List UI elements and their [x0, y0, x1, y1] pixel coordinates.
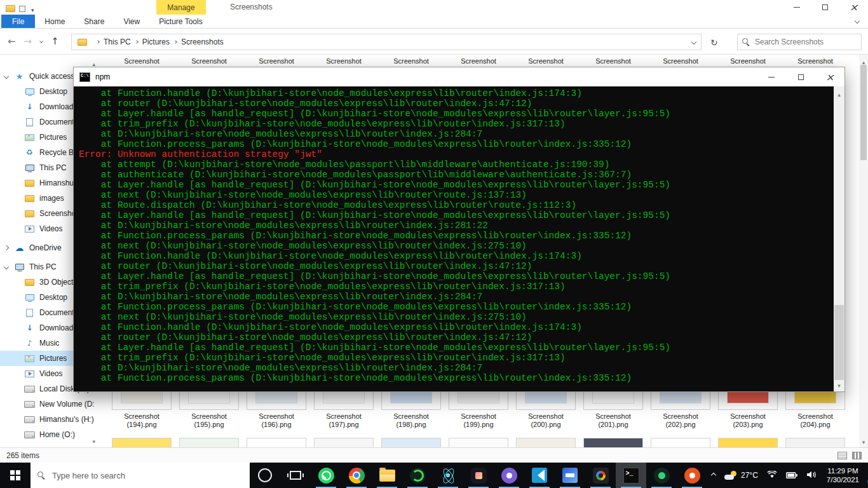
- address-breadcrumb-bar[interactable]: This PCPicturesScreenshots: [71, 34, 702, 50]
- minimize-icon: [768, 77, 775, 78]
- cortana-icon: [258, 468, 272, 482]
- taskbar-search-box[interactable]: [31, 463, 250, 488]
- address-dropdown-chevron-icon[interactable]: [691, 39, 696, 44]
- console-output-line: at next (D:\kunjbihari-store\node_module…: [79, 190, 834, 200]
- explorer-search-input[interactable]: [754, 37, 857, 47]
- item-count-label: 265 items: [6, 451, 39, 460]
- taskbar-app-react[interactable]: [433, 463, 463, 488]
- console-output-line: at Layer.handle [as handle_request] (D:\…: [79, 210, 834, 220]
- tray-battery-button[interactable]: [782, 463, 802, 488]
- start-button[interactable]: [0, 463, 31, 488]
- console-scroll-down-icon[interactable]: [834, 379, 844, 390]
- taskbar-app-orange-browser[interactable]: [677, 463, 707, 488]
- forward-button[interactable]: [24, 35, 32, 47]
- console-titlebar[interactable]: npm: [74, 67, 844, 86]
- quick-access-toolbar: [19, 3, 34, 15]
- sidebar-item-new-volume-d[interactable]: New Volume (D:: [0, 396, 98, 412]
- action-center-button[interactable]: 4: [865, 463, 868, 488]
- taskbar-app-purple-app[interactable]: [494, 463, 524, 488]
- ribbon-tab-file[interactable]: File: [1, 15, 35, 28]
- console-window-controls: [757, 67, 844, 86]
- monitor-icon: [24, 292, 35, 302]
- ribbon-tab-share[interactable]: Share: [74, 15, 114, 28]
- sidebar-item-label: Desktop: [39, 293, 67, 302]
- taskbar-app-dark-editor[interactable]: [463, 463, 494, 488]
- console-close-button[interactable]: [815, 67, 844, 86]
- tray-clock[interactable]: 11:29 PM 7/30/2021: [821, 463, 865, 488]
- tray-network-button[interactable]: [763, 463, 782, 488]
- taskbar-app-cortana[interactable]: [250, 463, 280, 488]
- breadcrumb-chevron-icon: [135, 40, 139, 44]
- console-minimize-button[interactable]: [757, 67, 786, 86]
- explorer-minimize-button[interactable]: [782, 0, 811, 14]
- video-icon: [24, 224, 35, 234]
- scrollbar-down-icon[interactable]: [859, 435, 868, 447]
- content-scrollbar[interactable]: [859, 55, 868, 447]
- statusbar-thumbnails-view-icon[interactable]: [852, 452, 862, 459]
- file-name-label: Screenshot (203).png: [717, 412, 778, 429]
- breadcrumb-item-screenshots[interactable]: Screenshots: [181, 37, 224, 46]
- explorer-statusbar: 265 items: [0, 447, 868, 463]
- taskbar-app-task-view[interactable]: [280, 463, 311, 488]
- console-scrollbar-thumb[interactable]: [834, 305, 844, 380]
- sidebar-item-himanshu-s-h[interactable]: Himanshu's (H:): [0, 412, 98, 427]
- sidebar-item-label: Downloads: [39, 323, 77, 332]
- sidebar-item-label: Music: [39, 339, 59, 348]
- breadcrumb-item-pictures[interactable]: Pictures: [142, 37, 170, 46]
- recent-locations-chevron-icon[interactable]: [39, 39, 43, 43]
- navigation-buttons: [8, 35, 59, 47]
- npm-console-window[interactable]: npm at Function.handle (D:\kunjbihari-st…: [73, 67, 845, 392]
- tray-volume-button[interactable]: [802, 463, 821, 488]
- taskbar-app-whatsapp[interactable]: [311, 463, 341, 488]
- sidebar-item-label: New Volume (D:: [39, 400, 95, 409]
- taskbar-app-chrome[interactable]: [341, 463, 372, 488]
- picture-tools-manage-badge[interactable]: Manage: [156, 0, 206, 15]
- minimize-icon: [794, 7, 800, 8]
- sidebar-item-label: Himanshu's (H:): [39, 415, 94, 424]
- ribbon-tab-picture-tools[interactable]: Picture Tools: [149, 15, 212, 28]
- windows-logo-icon: [10, 470, 20, 480]
- console-output-line: at Route.dispatch (D:\kunjbihari-store\n…: [79, 200, 834, 210]
- qat-button-icon[interactable]: [19, 6, 25, 12]
- console-maximize-button[interactable]: [786, 67, 815, 86]
- taskbar-app-google-suite[interactable]: [585, 463, 616, 488]
- ribbon-expand-chevron-icon[interactable]: [855, 18, 860, 24]
- search-icon: [742, 38, 750, 46]
- ribbon-tab-view[interactable]: View: [114, 15, 149, 28]
- qat-customize-caret-icon[interactable]: [31, 3, 34, 15]
- maximize-icon: [798, 74, 804, 80]
- taskbar-search-input[interactable]: [51, 470, 243, 481]
- up-button[interactable]: [51, 35, 59, 47]
- explorer-search-box[interactable]: [737, 34, 862, 50]
- chevron-down-icon[interactable]: [4, 74, 9, 79]
- taskbar-app-command-prompt[interactable]: [616, 463, 646, 488]
- chevron-up-icon: [711, 473, 716, 478]
- file-name-label-clipped: Screenshot: [595, 57, 631, 65]
- taskbar-app-vscode[interactable]: [524, 463, 555, 488]
- back-button[interactable]: [8, 35, 16, 47]
- sidebar-scroll-down-icon[interactable]: [92, 435, 95, 446]
- console-output-line: at next (D:\kunjbihari-store\node_module…: [79, 312, 834, 322]
- drive-icon: [24, 384, 35, 394]
- refresh-button[interactable]: [710, 36, 718, 48]
- chevron-down-icon[interactable]: [4, 264, 9, 269]
- tray-show-hidden-icons-button[interactable]: [707, 463, 720, 488]
- console-scroll-up-icon[interactable]: [834, 88, 844, 99]
- scrollbar-thumb[interactable]: [860, 65, 867, 160]
- explorer-maximize-button[interactable]: [811, 0, 839, 14]
- taskbar-app-file-explorer[interactable]: [372, 463, 402, 488]
- chevron-right-icon[interactable]: [4, 245, 9, 250]
- file-name-label: Screenshot (198).png: [381, 412, 442, 429]
- breadcrumb-item-this-pc[interactable]: This PC: [104, 37, 131, 46]
- green-dot-app-icon: [654, 468, 670, 484]
- sidebar-item-label: 3D Objects: [39, 278, 77, 287]
- explorer-close-button[interactable]: [839, 0, 868, 14]
- statusbar-details-view-icon[interactable]: [837, 452, 847, 459]
- taskbar-app-green-dot-app[interactable]: [646, 463, 677, 488]
- sidebar-item-home-o[interactable]: Home (O:): [0, 427, 98, 442]
- console-scrollbar[interactable]: [834, 86, 844, 391]
- taskbar-app-green-recorder[interactable]: [402, 463, 433, 488]
- ribbon-tab-home[interactable]: Home: [35, 15, 74, 28]
- tray-weather[interactable]: 27°C: [720, 463, 763, 488]
- taskbar-app-blue-office[interactable]: [555, 463, 585, 488]
